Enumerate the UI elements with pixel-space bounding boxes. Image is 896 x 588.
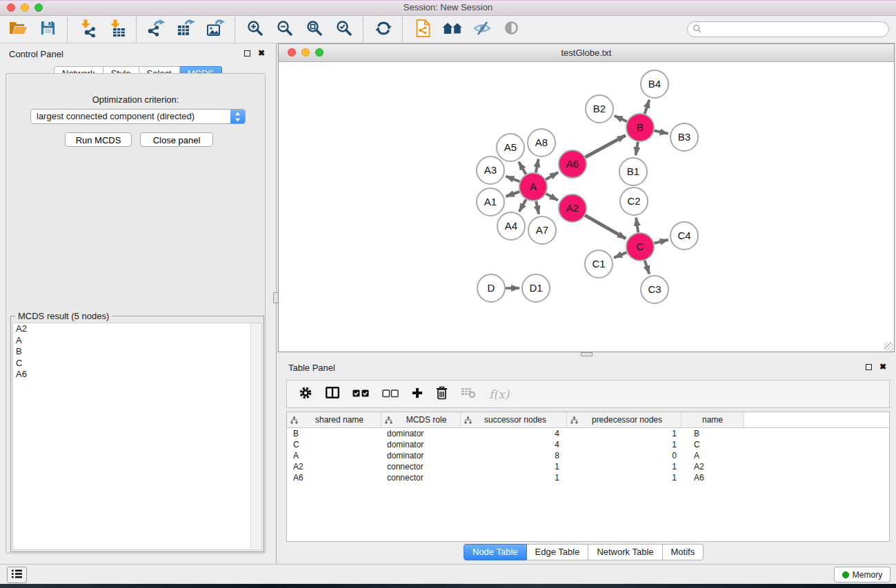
graph-node-A[interactable]: A (519, 173, 547, 201)
table-cell[interactable]: 0 (567, 450, 681, 461)
open-file-button[interactable] (6, 18, 30, 41)
graph-node-B1[interactable]: B1 (619, 158, 647, 185)
zoom-selected-button[interactable] (332, 18, 356, 41)
tab-edge-table[interactable]: Edge Table (527, 544, 589, 560)
column-header-successor-nodes[interactable]: successor nodes (461, 412, 567, 427)
search-input[interactable] (704, 24, 888, 35)
table-cell[interactable]: A2 (681, 461, 744, 472)
graph-node-A3[interactable]: A3 (477, 156, 504, 184)
graph-edge-A-A2[interactable] (546, 194, 558, 201)
column-header-shared-name[interactable]: shared name (287, 412, 381, 427)
network-canvas[interactable]: AA1A2A3A4A5A6A7A8BB1B2B3B4CC1C2C3C4DD1 (279, 62, 894, 352)
column-header-name[interactable]: name (681, 412, 744, 427)
graph-edge-C-C1[interactable] (614, 252, 626, 258)
graph-node-C2[interactable]: C2 (620, 187, 648, 215)
close-panel-icon[interactable]: ✖ (258, 50, 265, 57)
hide-details-button[interactable] (470, 18, 494, 41)
table-cell[interactable]: A6 (681, 472, 744, 483)
refresh-button[interactable] (371, 18, 395, 41)
deselect-all-button[interactable] (382, 388, 399, 401)
table-cell[interactable]: B (681, 428, 744, 439)
network-close-button[interactable] (288, 48, 296, 57)
table-cell[interactable]: connector (381, 461, 461, 472)
table-row[interactable]: Cdominator41C (287, 439, 889, 450)
float-table-panel-icon[interactable] (866, 364, 872, 370)
mcds-result-item[interactable]: A2 (13, 323, 261, 335)
close-window-button[interactable] (7, 3, 15, 12)
home-button[interactable] (440, 18, 464, 41)
clone-network-button[interactable] (410, 18, 435, 41)
function-builder-button[interactable]: f(x) (489, 387, 509, 401)
table-cell[interactable]: C (681, 439, 744, 450)
graph-node-A4[interactable]: A4 (497, 212, 525, 240)
zoom-out-button[interactable] (272, 18, 297, 41)
graph-node-A1[interactable]: A1 (477, 188, 504, 216)
graph-node-C3[interactable]: C3 (641, 276, 668, 303)
columns-button[interactable] (326, 387, 339, 401)
table-cell[interactable]: connector (381, 472, 461, 483)
mcds-result-item[interactable]: A6 (13, 369, 261, 381)
mcds-result-item[interactable]: B (13, 346, 261, 358)
table-row[interactable]: A6connector11A6 (287, 472, 889, 483)
table-row[interactable]: Adominator80A (287, 450, 889, 461)
graph-node-D[interactable]: D (477, 274, 505, 302)
tab-node-table[interactable]: Node Table (464, 544, 527, 560)
graph-edge-C-C4[interactable] (654, 240, 668, 243)
show-details-button[interactable] (499, 18, 524, 41)
table-cell[interactable]: 4 (461, 428, 567, 439)
zoom-window-button[interactable] (34, 3, 43, 12)
graph-node-D1[interactable]: D1 (522, 274, 550, 302)
import-network-button[interactable] (75, 18, 99, 41)
network-minimize-button[interactable] (301, 48, 310, 57)
float-panel-icon[interactable] (244, 50, 250, 57)
table-cell[interactable]: B (287, 428, 381, 439)
graph-node-A2[interactable]: A2 (559, 194, 586, 222)
graph-edge-A-A6[interactable] (546, 172, 558, 180)
export-network-button[interactable] (144, 18, 168, 41)
table-cell[interactable]: 1 (567, 439, 681, 450)
table-cell[interactable]: 1 (461, 472, 567, 483)
show-panels-button[interactable] (7, 567, 27, 583)
graph-edge-B-B2[interactable] (615, 116, 627, 121)
export-table-button[interactable] (174, 18, 198, 41)
graph-node-C4[interactable]: C4 (670, 222, 698, 250)
table-cell[interactable]: 1 (567, 461, 681, 472)
add-button[interactable] (412, 387, 423, 401)
close-table-panel-icon[interactable]: ✖ (879, 363, 886, 370)
mcds-result-item[interactable]: C (13, 358, 261, 369)
table-cell[interactable]: dominator (381, 428, 461, 439)
graph-node-A5[interactable]: A5 (497, 134, 524, 161)
graph-edge-A2-C[interactable] (585, 215, 626, 239)
table-cell[interactable]: 8 (461, 450, 567, 461)
window-resize-grip[interactable] (884, 342, 893, 351)
memory-button[interactable]: Memory (834, 567, 890, 582)
graph-edge-A-A7[interactable] (536, 201, 539, 214)
export-image-button[interactable] (203, 18, 228, 41)
vertical-split-divider[interactable] (276, 43, 277, 564)
graph-node-B[interactable]: B (626, 114, 654, 141)
horizontal-split-grip[interactable] (581, 352, 593, 356)
graph-edge-A-A4[interactable] (519, 199, 526, 212)
graph-edge-A-A1[interactable] (506, 192, 520, 196)
graph-node-A6[interactable]: A6 (559, 150, 586, 178)
graph-node-A7[interactable]: A7 (528, 216, 556, 244)
save-session-button[interactable] (36, 18, 60, 41)
graph-node-C1[interactable]: C1 (585, 250, 613, 278)
column-header-predecessor-nodes[interactable]: predecessor nodes (567, 412, 681, 427)
network-zoom-button[interactable] (315, 48, 323, 57)
delete-table-button[interactable] (461, 387, 476, 401)
graph-node-B3[interactable]: B3 (670, 123, 698, 151)
optimization-criterion-select[interactable]: largest connected component (directed) (30, 109, 246, 124)
table-cell[interactable]: 1 (567, 428, 681, 439)
search-box[interactable] (687, 21, 889, 37)
import-table-button[interactable] (105, 18, 129, 41)
minimize-window-button[interactable] (21, 3, 29, 12)
mcds-result-item[interactable]: A (13, 335, 261, 347)
select-all-button[interactable] (352, 388, 369, 401)
table-cell[interactable]: A6 (287, 472, 381, 483)
table-cell[interactable]: A2 (287, 461, 381, 472)
graph-edge-A-A8[interactable] (536, 159, 539, 173)
table-cell[interactable]: 1 (567, 472, 681, 483)
table-cell[interactable]: A (287, 450, 381, 461)
table-cell[interactable]: dominator (381, 450, 461, 461)
